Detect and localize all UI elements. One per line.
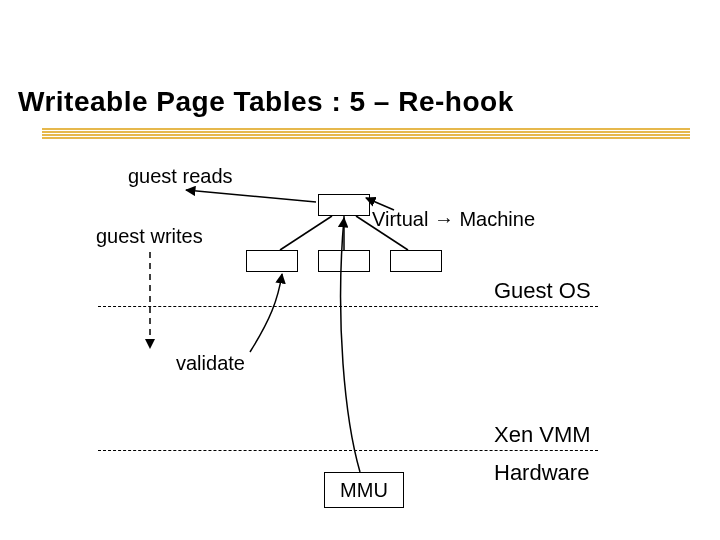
area-guest-os: Guest OS: [494, 278, 591, 304]
pt-child-box-1: [246, 250, 298, 272]
divider-guest-os: [98, 306, 598, 307]
svg-line-0: [280, 216, 332, 250]
mmu-box: MMU: [324, 472, 404, 508]
pt-child-box-2: [318, 250, 370, 272]
area-hardware: Hardware: [494, 460, 589, 486]
pt-root-box: [318, 194, 370, 216]
svg-line-3: [186, 190, 316, 202]
title-underline: [42, 128, 690, 138]
label-guest-writes: guest writes: [96, 225, 203, 248]
label-validate: validate: [176, 352, 245, 375]
pt-child-box-3: [390, 250, 442, 272]
area-xen-vmm: Xen VMM: [494, 422, 591, 448]
label-virtual-machine: Virtual → Machine: [372, 208, 535, 231]
label-guest-reads: guest reads: [128, 165, 233, 188]
divider-xen-vmm: [98, 450, 598, 451]
slide-title: Writeable Page Tables : 5 – Re-hook: [18, 86, 514, 118]
